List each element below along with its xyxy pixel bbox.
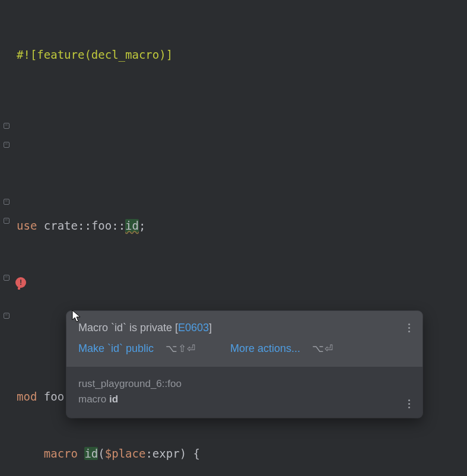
shortcut-label: ⌥⏎	[312, 342, 333, 355]
identifier-id: id	[125, 219, 139, 232]
error-title: Macro `id` is private [E0603]	[78, 322, 411, 334]
keyword-macro: macro	[44, 447, 78, 460]
doc-signature: macro id	[78, 392, 411, 407]
macro-name: id	[84, 447, 98, 460]
error-message: Macro `id` is private [	[78, 322, 178, 334]
code-line[interactable]	[17, 273, 467, 292]
path-segment: foo	[91, 219, 112, 232]
keyword-use: use	[17, 219, 37, 232]
mouse-cursor-icon	[71, 310, 82, 324]
kebab-menu-icon[interactable]	[404, 320, 414, 335]
code-line[interactable]	[17, 159, 467, 178]
attribute: #![feature(decl_macro)]	[17, 48, 173, 61]
fold-handle[interactable]	[4, 142, 9, 148]
popup-doc: rust_playground_6::foo macro id	[66, 367, 422, 418]
fold-handle[interactable]	[4, 123, 9, 129]
semicolon: ;	[139, 219, 145, 232]
path-sep: ::	[112, 219, 125, 232]
code-line[interactable]: use crate::foo::id;	[17, 216, 467, 235]
macro-fragment: expr	[153, 447, 180, 460]
gutter	[0, 0, 13, 476]
colon: :	[145, 447, 152, 460]
fold-handle[interactable]	[4, 275, 9, 281]
code-line[interactable]: #![feature(decl_macro)]	[17, 45, 467, 64]
error-code-link[interactable]: E0603	[178, 322, 209, 334]
kebab-menu-icon[interactable]	[404, 396, 414, 411]
error-bulb-icon[interactable]	[15, 277, 26, 288]
code-line[interactable]	[17, 102, 467, 121]
fold-handle[interactable]	[4, 313, 9, 319]
popup-header: Macro `id` is private [E0603] Make `id` …	[66, 311, 422, 367]
fold-handle[interactable]	[4, 199, 9, 205]
error-popup: Macro `id` is private [E0603] Make `id` …	[66, 311, 422, 418]
path-segment: crate	[44, 219, 78, 232]
paren-close-brace: ) {	[180, 447, 200, 460]
macro-var: $place	[105, 447, 146, 460]
paren-open: (	[98, 447, 104, 460]
more-actions-link[interactable]: More actions...	[230, 342, 300, 355]
path-sep: ::	[78, 219, 91, 232]
module-name: foo	[44, 390, 64, 403]
fold-handle[interactable]	[4, 218, 9, 224]
code-editor[interactable]: #![feature(decl_macro)] use crate::foo::…	[0, 0, 467, 476]
shortcut-label: ⌥⇧⏎	[166, 342, 196, 355]
keyword-mod: mod	[17, 390, 37, 403]
quickfix-make-public[interactable]: Make `id` public	[78, 342, 154, 355]
error-message-end: ]	[209, 322, 212, 334]
popup-actions: Make `id` public ⌥⇧⏎ More actions... ⌥⏎	[78, 342, 411, 355]
doc-path: rust_playground_6::foo	[78, 376, 411, 392]
code-line[interactable]: macro id($place:expr) {	[17, 444, 467, 463]
